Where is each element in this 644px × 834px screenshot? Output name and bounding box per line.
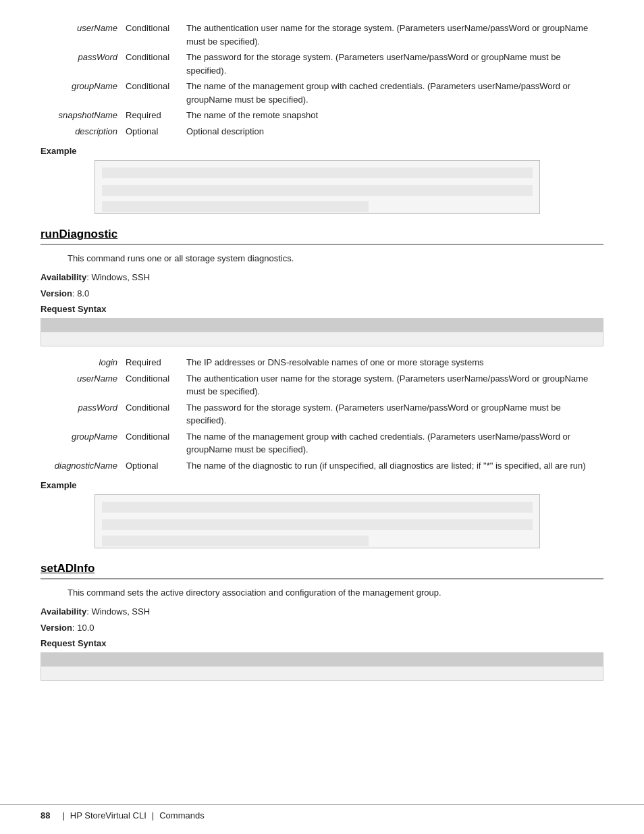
example-line-1 xyxy=(102,167,533,178)
rundiagnostic-example-label: Example xyxy=(41,480,603,490)
footer-sep1: | xyxy=(62,810,64,820)
setadinfo-section: setADInfo This command sets the active d… xyxy=(41,562,603,681)
rundiagnostic-heading: runDiagnostic xyxy=(41,228,603,245)
table-row: groupName Conditional The name of the ma… xyxy=(41,78,603,107)
param-requirement: Conditional xyxy=(122,400,182,429)
param-description: Optional description xyxy=(182,124,603,140)
param-name: login xyxy=(41,355,122,371)
version-value: 8.0 xyxy=(77,288,89,298)
setadinfo-version-label: Version xyxy=(41,623,72,633)
param-name: groupName xyxy=(41,78,122,107)
page: userName Conditional The authentication … xyxy=(0,0,644,834)
rundiagnostic-desc: This command runs one or all storage sys… xyxy=(68,252,603,265)
table-row: description Optional Optional descriptio… xyxy=(41,124,603,140)
param-description: The name of the diagnostic to run (if un… xyxy=(182,458,603,474)
param-requirement: Optional xyxy=(122,124,182,140)
syntax-top-bar xyxy=(41,319,603,332)
rd-example-line-1 xyxy=(102,502,533,513)
rd-example-line-2 xyxy=(102,519,533,530)
rd-example-line-3 xyxy=(102,536,369,546)
param-name: userName xyxy=(41,371,122,400)
param-description: The name of the management group with ca… xyxy=(182,78,603,107)
rundiagnostic-syntax-box xyxy=(41,318,603,346)
table-row: snapshotName Required The name of the re… xyxy=(41,107,603,124)
table-row: userName Conditional The authentication … xyxy=(41,20,603,49)
param-requirement: Optional xyxy=(122,458,182,474)
setadinfo-availability-value: Windows, SSH xyxy=(91,606,150,617)
footer: 88 | HP StoreVirtual CLI | Commands xyxy=(0,804,644,820)
table-row: groupName Conditional The name of the ma… xyxy=(41,429,603,458)
rundiagnostic-availability: Availability: Windows, SSH xyxy=(41,271,603,285)
param-description: The password for the storage system. (Pa… xyxy=(182,400,603,429)
param-requirement: Conditional xyxy=(122,371,182,400)
setadinfo-syntax-content xyxy=(41,667,603,680)
availability-value: Windows, SSH xyxy=(91,272,150,282)
setadinfo-heading: setADInfo xyxy=(41,562,603,579)
rundiagnostic-param-table: login Required The IP addresses or DNS-r… xyxy=(41,355,603,473)
top-example-label: Example xyxy=(41,146,603,156)
param-requirement: Conditional xyxy=(122,49,182,78)
version-label: Version xyxy=(41,288,72,298)
example-line-2 xyxy=(102,185,533,196)
example-line-3 xyxy=(102,201,369,212)
param-name: groupName xyxy=(41,429,122,458)
setadinfo-syntax-top-bar xyxy=(41,653,603,667)
param-requirement: Required xyxy=(122,107,182,124)
table-row: passWord Conditional The password for th… xyxy=(41,400,603,429)
param-name: passWord xyxy=(41,400,122,429)
rundiagnostic-syntax-label: Request Syntax xyxy=(41,304,603,314)
table-row: passWord Conditional The password for th… xyxy=(41,49,603,78)
param-description: The authentication user name for the sto… xyxy=(182,20,603,49)
footer-sep2: | xyxy=(152,810,154,820)
syntax-content xyxy=(41,332,603,346)
rundiagnostic-version: Version: 8.0 xyxy=(41,287,603,301)
footer-page-number: 88 xyxy=(41,810,50,820)
top-param-section: userName Conditional The authentication … xyxy=(41,20,603,214)
param-description: The password for the storage system. (Pa… xyxy=(182,49,603,78)
top-example-box xyxy=(95,160,540,214)
setadinfo-desc: This command sets the active directory a… xyxy=(68,586,603,600)
footer-section: Commands xyxy=(159,810,204,820)
table-row: userName Conditional The authentication … xyxy=(41,371,603,400)
param-name: userName xyxy=(41,20,122,49)
param-requirement: Conditional xyxy=(122,78,182,107)
availability-label: Availability xyxy=(41,272,86,282)
setadinfo-syntax-box xyxy=(41,652,603,681)
setadinfo-version: Version: 10.0 xyxy=(41,621,603,635)
param-name: passWord xyxy=(41,49,122,78)
param-description: The IP addresses or DNS-resolvable names… xyxy=(182,355,603,371)
rundiagnostic-example-box xyxy=(95,494,540,548)
setadinfo-syntax-label: Request Syntax xyxy=(41,638,603,648)
param-requirement: Required xyxy=(122,355,182,371)
top-param-table: userName Conditional The authentication … xyxy=(41,20,603,139)
param-name: snapshotName xyxy=(41,107,122,124)
setadinfo-availability: Availability: Windows, SSH xyxy=(41,605,603,619)
param-description: The name of the remote snapshot xyxy=(182,107,603,124)
table-row: login Required The IP addresses or DNS-r… xyxy=(41,355,603,371)
param-name: diagnosticName xyxy=(41,458,122,474)
param-name: description xyxy=(41,124,122,140)
rundiagnostic-section: runDiagnostic This command runs one or a… xyxy=(41,228,603,548)
param-requirement: Conditional xyxy=(122,429,182,458)
footer-product: HP StoreVirtual CLI xyxy=(70,810,146,820)
setadinfo-availability-label: Availability xyxy=(41,606,86,617)
setadinfo-version-value: 10.0 xyxy=(77,623,94,633)
param-description: The authentication user name for the sto… xyxy=(182,371,603,400)
table-row: diagnosticName Optional The name of the … xyxy=(41,458,603,474)
param-requirement: Conditional xyxy=(122,20,182,49)
param-description: The name of the management group with ca… xyxy=(182,429,603,458)
